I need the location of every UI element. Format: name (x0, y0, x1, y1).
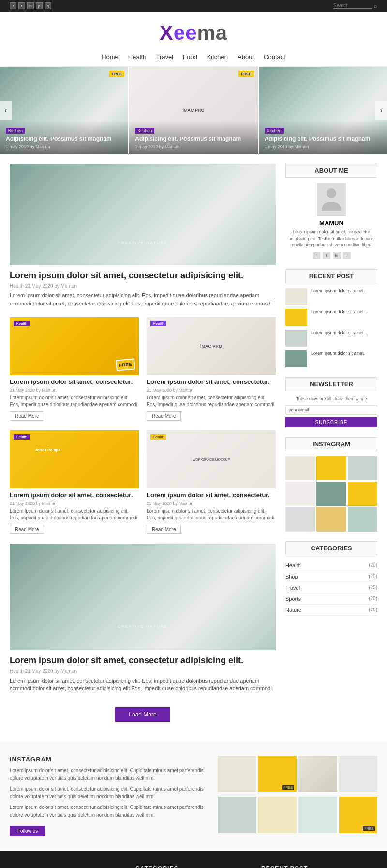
post-card-4-meta: 21 May 2020 by Mamun (147, 501, 276, 506)
twitter-icon[interactable]: t (18, 2, 25, 9)
categories-title: CATEGORIES (285, 541, 377, 555)
category-sports-label: Sports (285, 596, 301, 602)
instagram-section-desc-3: Lorem ipsum dolor sit amet, consectetur … (10, 804, 208, 819)
pinterest-icon[interactable]: p (36, 2, 43, 9)
search-input[interactable] (333, 3, 372, 9)
google-icon[interactable]: g (45, 2, 51, 9)
instagram-photo-4[interactable] (339, 756, 378, 792)
category-health[interactable]: Health (20) (285, 560, 377, 571)
nav-home[interactable]: Home (102, 53, 119, 61)
post-grid-2: Health Lorem ipsum dolor sit amet, conse… (10, 430, 276, 534)
slide-1: Kitchen Adipisicing elit. Possimus sit m… (0, 67, 128, 154)
instagram-section-title: INSTAGRAM (10, 756, 208, 763)
category-nature[interactable]: Nature (20) (285, 605, 377, 616)
instagram-thumb-4[interactable] (285, 482, 315, 506)
sidebar: ABOUT ME MAMUN Lorem ipsum dolor sit ame… (285, 164, 377, 731)
footer-logo: Xeema (10, 865, 126, 868)
nav-food[interactable]: Food (183, 53, 197, 61)
slide-2: Kitchen Adipisicing elit. Possimus sit m… (128, 67, 258, 154)
instagram-thumb-2[interactable] (316, 456, 346, 480)
category-travel[interactable]: Travel (20) (285, 582, 377, 594)
recent-post-item-1: Lorem ipsum dolor sit amet. (285, 288, 377, 305)
avatar (317, 183, 346, 216)
instagram-thumb-8[interactable] (316, 507, 346, 532)
instagram-photo-8[interactable]: FREE (339, 797, 378, 833)
nav-travel[interactable]: Travel (156, 53, 173, 61)
instagram-photo-5[interactable] (218, 797, 256, 833)
category-sports[interactable]: Sports (20) (285, 594, 377, 605)
about-linkedin-icon[interactable]: li (343, 252, 351, 259)
load-more-wrap: Load More (10, 702, 276, 731)
read-more-2-button[interactable]: Read More (147, 411, 181, 421)
instagram-section-desc-2: Lorem ipsum dolor sit amet, consectetur … (10, 785, 208, 801)
follow-button[interactable]: Follow us (10, 826, 45, 836)
recent-post-item-4: Lorem ipsum dolor sit amet. (285, 350, 377, 367)
post-card-4-title: Lorem ipsum dolor sit amet, consectetur. (147, 491, 276, 500)
slider-prev-button[interactable]: ‹ (0, 101, 12, 120)
instagram-grid (285, 456, 377, 532)
post-card-1-excerpt: Lorem ipsum dolor sit amet, consectetur … (10, 395, 139, 408)
logo[interactable]: Xeema (0, 21, 387, 45)
about-instagram-icon[interactable]: in (333, 252, 341, 259)
instagram-photo-1[interactable] (218, 756, 256, 792)
footer-categories-col: CATEGORIES Health (20) Shop (20) Travel … (135, 865, 252, 868)
instagram-photo-3[interactable] (298, 756, 337, 792)
read-more-4-button[interactable]: Read More (147, 525, 181, 534)
nav-contact[interactable]: Contact (264, 53, 285, 61)
main-content: Lorem ipsum dolor sit amet, consectetur … (10, 164, 276, 731)
category-sports-count: (20) (369, 596, 377, 602)
load-more-button[interactable]: Load More (115, 707, 170, 722)
footer-recent-col: RECENT POST Lorem ipsum dolor sit amet, … (261, 865, 377, 868)
post-card-2-excerpt: Lorem ipsum dolor sit amet, consectetur … (147, 395, 276, 408)
slide-1-title: Adipisicing elit. Possimus sit magnam (6, 136, 122, 143)
slide-2-overlay: Kitchen Adipisicing elit. Possimus sit m… (129, 121, 257, 154)
post-card-2-title: Lorem ipsum dolor sit amet, consectetur. (147, 378, 276, 386)
instagram-photo-7[interactable] (298, 797, 337, 833)
newsletter-desc: These days are all share them wi me (285, 396, 377, 402)
slide-3-overlay: Kitchen Adipisicing elit. Possimus sit m… (259, 121, 387, 154)
post-card-2: Health Lorem ipsum dolor sit amet, conse… (147, 317, 276, 421)
slide-1-overlay: Kitchen Adipisicing elit. Possimus sit m… (0, 121, 128, 154)
svg-point-0 (327, 188, 336, 198)
slide-2-meta: 1 may 2019 by Mamun (135, 144, 252, 149)
facebook-icon[interactable]: f (10, 2, 16, 9)
instagram-photo-2[interactable]: FREE (258, 756, 297, 792)
category-shop[interactable]: Shop (20) (285, 571, 377, 582)
nav-about[interactable]: About (238, 53, 254, 61)
instagram-photo-6[interactable] (258, 797, 297, 833)
read-more-3-button[interactable]: Read More (10, 525, 44, 534)
slide-1-tag: Kitchen (6, 128, 25, 134)
linkedin-icon[interactable]: in (27, 2, 34, 9)
recent-post-text-3: Lorem ipsum dolor sit amet. (311, 330, 365, 347)
instagram-thumb-1[interactable] (285, 456, 315, 480)
instagram-thumb-6[interactable] (348, 482, 377, 506)
slide-2-tag: Kitchen (135, 128, 154, 134)
about-widget: ABOUT ME MAMUN Lorem ipsum dolor sit ame… (285, 164, 377, 259)
instagram-thumb-7[interactable] (285, 507, 315, 532)
post-card-1-title: Lorem ipsum dolor sit amet, consectetur. (10, 378, 139, 386)
footer-logo-x: X (10, 865, 19, 868)
instagram-section-layout: INSTAGRAM Lorem ipsum dolor sit amet, co… (10, 756, 377, 836)
newsletter-widget: NEWSLETTER These days are all share them… (285, 377, 377, 428)
bottom-featured-excerpt: Lorem ipsum dolor sit amet, consectetur … (10, 677, 276, 693)
read-more-1-button[interactable]: Read More (10, 411, 44, 421)
slider-next-button[interactable]: › (375, 101, 387, 120)
nav-health[interactable]: Health (128, 53, 147, 61)
search-icon[interactable]: ⌕ (374, 3, 377, 9)
instagram-thumb-9[interactable] (348, 507, 377, 532)
about-facebook-icon[interactable]: f (313, 252, 320, 259)
recent-post-thumb-1 (285, 288, 307, 305)
instagram-thumb-3[interactable] (348, 456, 377, 480)
top-search: ⌕ (333, 3, 377, 9)
slide-3: Kitchen Adipisicing elit. Possimus sit m… (259, 67, 387, 154)
post-card-2-tag: Health (150, 321, 166, 326)
nav-kitchen[interactable]: Kitchen (207, 53, 228, 61)
recent-post-text-4: Lorem ipsum dolor sit amet. (311, 350, 365, 367)
slide-3-meta: 1 may 2019 by Mamun (265, 144, 381, 149)
subscribe-button[interactable]: SUBSCRIBE (285, 417, 377, 427)
newsletter-email-input[interactable] (285, 405, 377, 415)
instagram-thumb-5[interactable] (316, 482, 346, 506)
categories-widget: CATEGORIES Health (20) Shop (20) Travel … (285, 541, 377, 616)
about-twitter-icon[interactable]: t (323, 252, 330, 259)
footer-logo-rest: eema (19, 865, 54, 868)
